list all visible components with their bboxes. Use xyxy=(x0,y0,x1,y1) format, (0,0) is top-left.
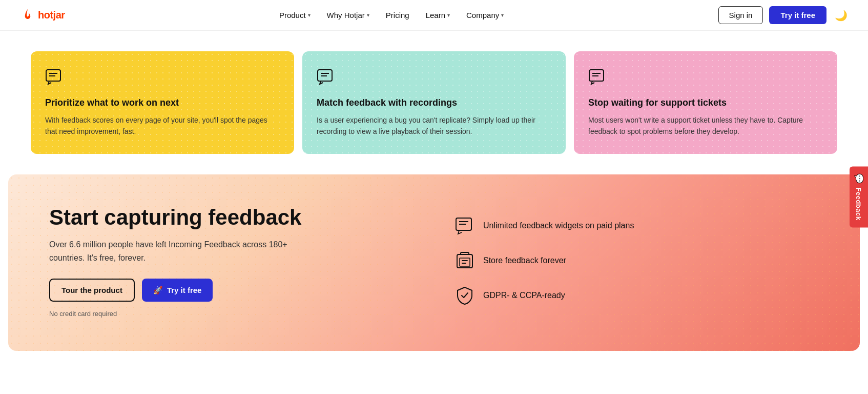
feature-unlimited: Unlimited feedback widgets on paid plans xyxy=(454,215,819,236)
cta-title: Start capturing feedback xyxy=(49,205,414,230)
widget-icon xyxy=(454,215,475,236)
feedback-icon xyxy=(45,68,280,88)
dark-mode-toggle[interactable]: 🌙 xyxy=(835,9,848,22)
feature-store-text: Store feedback forever xyxy=(483,256,566,265)
no-credit-text: No credit card required xyxy=(49,310,414,318)
nav-why-hotjar[interactable]: Why Hotjar ▾ xyxy=(327,11,369,19)
store-icon xyxy=(454,250,475,271)
nav-actions: Sign in Try it free 🌙 xyxy=(718,6,848,24)
card-prioritize-desc: With feedback scores on every page of yo… xyxy=(45,114,280,137)
card-support-title: Stop waiting for support tickets xyxy=(588,97,823,108)
navigation: hotjar Product ▾ Why Hotjar ▾ Pricing Le… xyxy=(0,0,868,31)
feedback-tab-icon: 💬 xyxy=(854,173,863,184)
card-recordings-desc: Is a user experiencing a bug you can't r… xyxy=(317,114,551,137)
logo-wordmark: hotjar xyxy=(38,9,65,21)
chevron-down-icon: ▾ xyxy=(447,12,450,18)
try-free-button[interactable]: Try it free xyxy=(769,6,826,24)
logo[interactable]: hotjar xyxy=(20,8,65,23)
nav-company[interactable]: Company ▾ xyxy=(466,11,504,19)
chevron-down-icon: ▾ xyxy=(501,12,504,18)
support-icon xyxy=(588,68,823,88)
chevron-down-icon: ▾ xyxy=(367,12,369,18)
feature-store: Store feedback forever xyxy=(454,250,819,271)
signin-button[interactable]: Sign in xyxy=(718,6,763,24)
feature-gdpr-text: GDPR- & CCPA-ready xyxy=(483,291,565,300)
nav-pricing[interactable]: Pricing xyxy=(386,11,409,19)
shield-check-icon xyxy=(454,285,475,306)
card-recordings-title: Match feedback with recordings xyxy=(317,97,551,108)
cta-left: Start capturing feedback Over 6.6 millio… xyxy=(49,205,414,318)
feature-cards: Prioritize what to work on next With fee… xyxy=(0,31,868,174)
main-content: Prioritize what to work on next With fee… xyxy=(0,31,868,351)
cta-section: Start capturing feedback Over 6.6 millio… xyxy=(8,174,860,351)
nav-product[interactable]: Product ▾ xyxy=(279,11,311,19)
rocket-icon: 🚀 xyxy=(153,286,163,295)
try-free-cta-button[interactable]: 🚀 Try it free xyxy=(142,279,213,302)
tour-product-button[interactable]: Tour the product xyxy=(49,279,135,302)
card-recordings: Match feedback with recordings Is a user… xyxy=(302,51,566,154)
logo-flame-icon xyxy=(20,8,35,23)
card-prioritize: Prioritize what to work on next With fee… xyxy=(31,51,294,154)
recording-icon xyxy=(317,68,551,88)
card-support-desc: Most users won't write a support ticket … xyxy=(588,114,823,137)
cta-buttons: Tour the product 🚀 Try it free xyxy=(49,279,414,302)
nav-learn[interactable]: Learn ▾ xyxy=(426,11,450,19)
chevron-down-icon: ▾ xyxy=(308,12,311,18)
feature-unlimited-text: Unlimited feedback widgets on paid plans xyxy=(483,221,634,230)
nav-links: Product ▾ Why Hotjar ▾ Pricing Learn ▾ C… xyxy=(279,11,504,19)
feedback-side-tab[interactable]: 💬 Feedback xyxy=(850,167,869,228)
svg-rect-13 xyxy=(460,258,470,266)
feature-gdpr: GDPR- & CCPA-ready xyxy=(454,285,819,306)
card-support: Stop waiting for support tickets Most us… xyxy=(574,51,837,154)
cta-desc: Over 6.6 million people have left Incomi… xyxy=(49,238,295,264)
card-prioritize-title: Prioritize what to work on next xyxy=(45,97,280,108)
cta-right: Unlimited feedback widgets on paid plans… xyxy=(454,205,819,320)
